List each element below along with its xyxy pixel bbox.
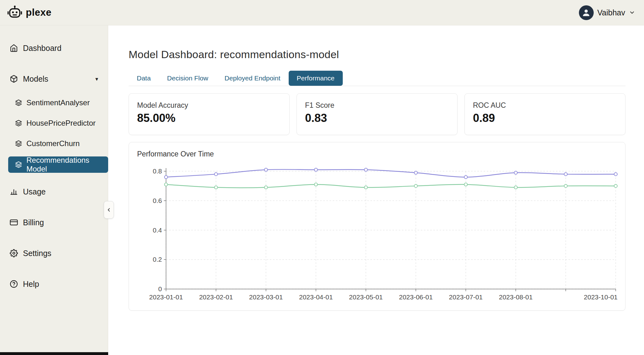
tab-bar: Data Decision Flow Deployed Endpoint Per… [129,71,625,86]
header: plexe Vaibhav [0,0,644,25]
svg-text:2023-03-01: 2023-03-01 [249,293,283,301]
performance-line-chart: 00.20.40.60.82023-01-012023-02-012023-03… [137,160,618,305]
page-title: Model Dashboard: recommendations-model [129,48,644,61]
bar-chart-icon [10,188,18,196]
sidebar-item-label: Help [23,280,39,289]
credit-card-icon [10,218,18,227]
svg-text:0.4: 0.4 [153,227,162,234]
svg-text:2023-02-01: 2023-02-01 [199,293,233,301]
performance-chart-card: Performance Over Time 00.20.40.60.82023-… [129,142,625,311]
svg-text:2023-08-01: 2023-08-01 [499,293,533,301]
sidebar-model-housepricepredictor[interactable]: HousePricePredictor [0,115,108,131]
user-name: Vaibhav [597,8,625,17]
app-root: plexe Vaibhav Das [0,0,644,355]
sidebar-item-models[interactable]: Models ▼ [0,71,108,87]
brand-logo[interactable]: plexe [7,5,52,20]
sidebar-item-label: Billing [23,218,44,227]
sidebar-model-label: CustomerChurn [26,139,80,148]
svg-text:2023-04-01: 2023-04-01 [299,293,333,301]
triangle-down-icon[interactable]: ▼ [94,76,99,82]
sidebar-item-label: Usage [23,187,46,196]
metric-label: Model Accuracy [137,101,281,110]
package-icon [10,75,18,83]
sidebar-item-dashboard[interactable]: Dashboard [0,40,108,56]
sidebar-item-label: Models [23,74,48,84]
svg-text:0.2: 0.2 [153,256,162,263]
user-menu[interactable]: Vaibhav [579,5,636,20]
robot-icon [7,5,23,20]
brand-name: plexe [26,7,52,18]
sidebar-item-label: Settings [23,249,51,258]
metric-label: ROC AUC [473,101,617,110]
sidebar-model-label: Recommendations Model [26,156,108,173]
metric-card-f1-score: F1 Score 0.83 [297,93,458,135]
sidebar-bottom-strip [0,352,108,355]
user-avatar-icon [579,5,594,20]
chevron-left-icon [106,207,112,213]
metric-value: 85.00% [137,112,281,125]
gear-icon [10,249,18,257]
sidebar-model-label: HousePricePredictor [26,119,96,128]
svg-text:2023-07-01: 2023-07-01 [449,293,483,301]
sidebar-item-settings[interactable]: Settings [0,245,108,261]
svg-text:0: 0 [158,285,162,292]
sidebar-collapse-button[interactable] [104,201,114,219]
svg-text:0.8: 0.8 [153,167,162,175]
sidebar-item-billing[interactable]: Billing [0,214,108,231]
sidebar-item-label: Dashboard [23,44,61,53]
chevron-down-icon [629,9,635,16]
metric-label: F1 Score [305,101,449,110]
metric-value: 0.83 [305,112,449,125]
main-content: Model Dashboard: recommendations-model D… [108,25,644,355]
sidebar-item-help[interactable]: Help [0,276,108,292]
home-icon [10,44,18,52]
sidebar-model-recommendations-model[interactable]: Recommendations Model [8,156,108,173]
tab-performance[interactable]: Performance [289,71,343,86]
svg-text:0.6: 0.6 [153,197,162,204]
svg-text:2023-01-01: 2023-01-01 [149,293,183,301]
sidebar-model-customerchurn[interactable]: CustomerChurn [0,135,108,152]
tab-deployed-endpoint[interactable]: Deployed Endpoint [216,71,288,86]
tab-data[interactable]: Data [129,71,159,86]
sidebar-model-sentimentanalyser[interactable]: SentimentAnalyser [0,95,108,111]
layers-icon [15,120,22,127]
metric-card-roc-auc: ROC AUC 0.89 [464,93,625,135]
svg-text:2023-10-01: 2023-10-01 [584,293,618,301]
metric-value: 0.89 [473,112,617,125]
tab-decision-flow[interactable]: Decision Flow [159,71,216,86]
chart-title: Performance Over Time [137,150,617,158]
layers-icon [15,99,22,106]
help-circle-icon [10,280,18,288]
metric-cards: Model Accuracy 85.00% F1 Score 0.83 ROC … [129,93,625,135]
sidebar-model-label: SentimentAnalyser [26,98,90,107]
svg-text:2023-05-01: 2023-05-01 [349,293,383,301]
layers-icon [15,140,22,147]
sidebar-item-usage[interactable]: Usage [0,183,108,200]
svg-text:2023-06-01: 2023-06-01 [399,293,433,301]
metric-card-accuracy: Model Accuracy 85.00% [129,93,290,135]
layers-icon [15,161,22,168]
sidebar: Dashboard Models ▼ SentimentAnalyser [0,25,108,355]
